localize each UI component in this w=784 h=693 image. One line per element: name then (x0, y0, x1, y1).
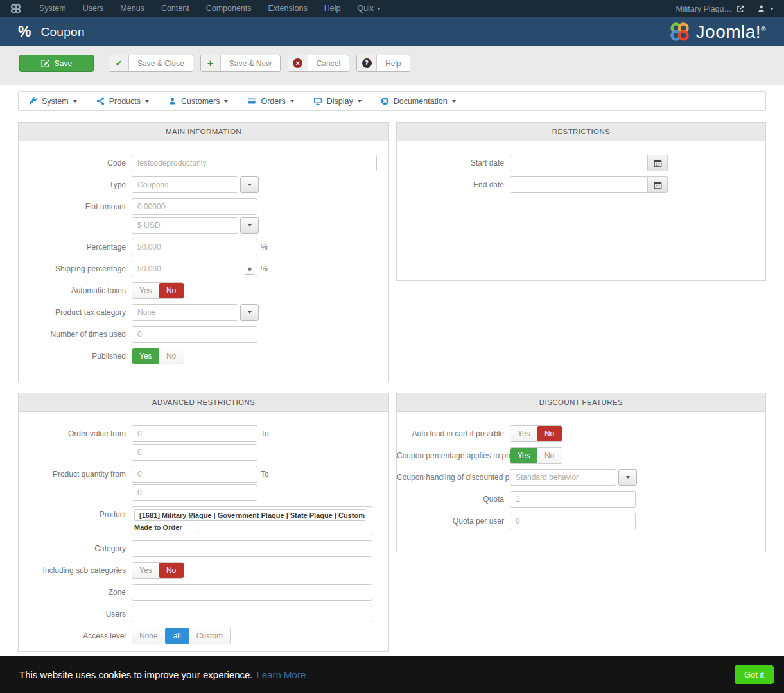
handling-select-value[interactable]: Standard behavior (510, 469, 616, 486)
times-used-input[interactable] (132, 326, 257, 343)
percent-suffix: % (261, 239, 268, 255)
user-menu[interactable] (751, 4, 784, 13)
menu-documentation[interactable]: Documentation (381, 97, 456, 106)
product-tax-category-value[interactable]: None (132, 304, 238, 321)
automatic-taxes-no[interactable]: No (159, 283, 184, 298)
applies-yes[interactable]: Yes (510, 448, 537, 463)
start-date-label: Start date (397, 155, 510, 171)
autoload-no[interactable]: No (537, 426, 562, 441)
start-date-input[interactable] (510, 155, 648, 171)
product-qty-label: Product quantity from (19, 466, 132, 483)
sub-categories-label: Including sub categories (19, 562, 132, 579)
menu-customers-label: Customers (181, 97, 220, 106)
panel-restrictions: RESTRICTIONS Start date (396, 122, 766, 281)
menu-documentation-label: Documentation (394, 97, 448, 106)
chevron-down-icon (73, 100, 77, 103)
admin-menu-menus[interactable]: Menus (112, 0, 153, 17)
menu-display[interactable]: Display (313, 97, 362, 106)
code-input[interactable] (132, 155, 377, 171)
access-level-custom[interactable]: Custom (189, 628, 230, 644)
check-icon: ✔ (116, 58, 123, 68)
order-value-to-input[interactable] (132, 444, 257, 461)
product-qty-to-input[interactable] (132, 484, 257, 501)
product-tax-category-dropdown-button[interactable] (240, 304, 259, 321)
currency-select-value[interactable]: $ USD (132, 217, 238, 234)
admin-menu-users[interactable]: Users (74, 0, 112, 17)
sub-categories-yes[interactable]: Yes (132, 563, 159, 578)
page-title: Coupon (40, 25, 84, 39)
access-level-all[interactable]: all (165, 628, 189, 644)
cancel-button[interactable]: × Cancel (288, 55, 349, 72)
number-spinner[interactable] (245, 264, 254, 275)
to-label: To (261, 466, 269, 483)
flat-amount-label: Flat amount (19, 198, 132, 215)
handling-select-dropdown-button[interactable] (618, 469, 637, 486)
end-date-calendar-button[interactable] (648, 176, 668, 193)
got-it-button[interactable]: Got it (735, 665, 774, 684)
learn-more-link[interactable]: Learn More (257, 669, 306, 680)
admin-menu-content[interactable]: Content (153, 0, 198, 17)
zone-input[interactable] (132, 584, 372, 601)
access-level-none[interactable]: None (132, 628, 165, 644)
users-label: Users (19, 606, 132, 622)
percent-suffix: % (261, 261, 268, 277)
component-menu-bar: System Products Customers Orders Display (18, 91, 766, 111)
product-tax-category-label: Product tax category (19, 304, 132, 321)
quota-input[interactable] (510, 491, 636, 508)
automatic-taxes-yes[interactable]: Yes (132, 283, 159, 298)
applies-no[interactable]: No (537, 448, 562, 463)
save-close-button[interactable]: ✔ Save & Close (109, 55, 193, 72)
menu-orders[interactable]: Orders (247, 97, 293, 106)
admin-top-bar: System Users Menus Content Components Ex… (0, 0, 784, 17)
admin-menu-components[interactable]: Components (198, 0, 260, 17)
menu-products[interactable]: Products (96, 97, 149, 106)
category-label: Category (19, 540, 132, 557)
users-input[interactable] (132, 606, 372, 622)
admin-menu-extensions[interactable]: Extensions (260, 0, 316, 17)
admin-menu-system[interactable]: System (31, 0, 74, 17)
menu-system[interactable]: System (29, 97, 77, 106)
quota-per-user-input[interactable] (510, 513, 636, 529)
admin-menu-help[interactable]: Help (316, 0, 349, 17)
cancel-label: Cancel (308, 55, 349, 71)
product-picker-field[interactable]: [1681] Military Plaque | Government Plaq… (132, 506, 372, 535)
start-date-calendar-button[interactable] (648, 155, 668, 171)
help-button[interactable]: ? Help (356, 55, 410, 72)
flat-amount-input[interactable] (132, 198, 257, 215)
sub-categories-toggle: Yes No (132, 562, 184, 579)
save-button[interactable]: Save (19, 55, 94, 72)
spinner-up-icon (248, 267, 252, 269)
admin-menu-quix[interactable]: Quix (349, 0, 389, 17)
chevron-down-icon (770, 8, 774, 10)
percentage-input[interactable] (132, 239, 257, 255)
life-ring-icon (381, 97, 389, 105)
joomla-logo-icon (669, 21, 690, 42)
registered-mark: ® (761, 25, 766, 32)
cookie-consent-bar: This website uses cookies to improve you… (0, 656, 784, 693)
site-preview-link[interactable]: Military Plaqu… (669, 4, 751, 13)
menu-customers[interactable]: Customers (168, 97, 228, 106)
category-input[interactable] (132, 540, 372, 557)
autoload-yes[interactable]: Yes (510, 426, 537, 441)
panel-main-information: MAIN INFORMATION Code Type Coupons Flat … (18, 122, 389, 382)
currency-select-dropdown-button[interactable] (240, 217, 259, 234)
end-date-input[interactable] (510, 176, 648, 193)
published-yes[interactable]: Yes (132, 348, 159, 364)
remove-product-icon[interactable]: × (188, 511, 193, 524)
type-select-dropdown-button[interactable] (240, 176, 259, 193)
shipping-percentage-input[interactable] (132, 261, 257, 277)
sub-categories-no[interactable]: No (159, 563, 184, 578)
published-no[interactable]: No (159, 348, 184, 364)
automatic-taxes-toggle: Yes No (132, 282, 184, 299)
joomla-brand: Joomla!® (669, 21, 766, 42)
order-value-from-input[interactable] (132, 425, 257, 442)
type-select-value[interactable]: Coupons (132, 176, 238, 193)
product-qty-from-input[interactable] (132, 466, 257, 483)
chevron-down-icon (248, 184, 252, 186)
save-button-label: Save (55, 59, 72, 68)
cookie-message: This website uses cookies to improve you… (19, 669, 253, 680)
quota-per-user-label: Quota per user (397, 513, 510, 529)
panel-discount-features-title: DISCOUNT FEATURES (397, 393, 765, 412)
save-new-button[interactable]: + Save & New (200, 55, 281, 72)
times-used-label: Number of times used (19, 326, 132, 343)
